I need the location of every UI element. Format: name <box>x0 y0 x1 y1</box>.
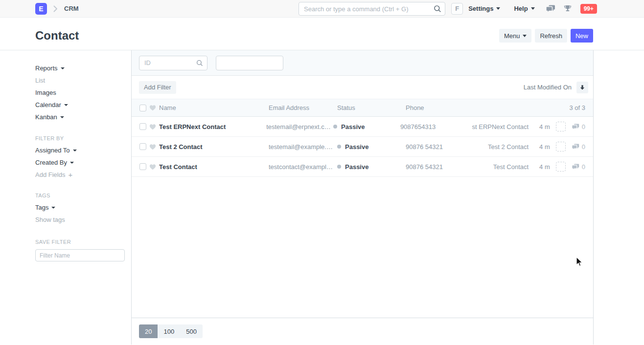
heart-icon[interactable] <box>149 105 156 111</box>
list-filter-bar <box>132 50 593 76</box>
sort-row: Add Filter Last Modified On <box>132 76 593 99</box>
filter-name-field <box>35 249 125 261</box>
sidebar-item-reports[interactable]: Reports <box>35 65 125 72</box>
row-phone: 90876 54321 <box>406 143 479 151</box>
row-title: st ERPNext Contact <box>472 123 529 130</box>
sidebar-item-kanban[interactable]: Kanban <box>35 114 125 121</box>
sort-direction-button[interactable] <box>576 82 588 93</box>
comment-icon <box>572 164 579 170</box>
new-button[interactable]: New <box>571 29 593 43</box>
assign-placeholder[interactable] <box>556 162 566 172</box>
chevron-down-icon <box>70 162 74 164</box>
comment-count: 0 <box>572 123 585 130</box>
assign-placeholder[interactable] <box>556 122 566 131</box>
table-row[interactable]: Test ERPNext Contact testemail@erpnext.c… <box>132 117 593 137</box>
chevron-down-icon <box>61 67 65 69</box>
heart-icon[interactable] <box>149 164 156 170</box>
table-row[interactable]: Test Contact testcontact@exampl… Passive… <box>132 157 593 177</box>
table-row[interactable]: Test 2 Contact testemail@example.… Passi… <box>132 137 593 157</box>
sidebar-item-tags[interactable]: Tags <box>35 204 125 211</box>
page-size-500[interactable]: 500 <box>180 324 203 338</box>
list-header: Name Email Address Status Phone 3 of 3 <box>132 99 593 117</box>
row-checkbox[interactable] <box>139 163 146 170</box>
column-status[interactable]: Status <box>337 104 406 111</box>
sidebar-item-calendar[interactable]: Calendar <box>35 102 125 108</box>
assign-placeholder[interactable] <box>556 142 566 151</box>
row-name[interactable]: Test 2 Contact <box>159 143 269 151</box>
row-name[interactable]: Test Contact <box>159 163 269 171</box>
comment-count: 0 <box>572 163 585 171</box>
row-phone: 90876 54321 <box>406 163 479 171</box>
add-filter-button[interactable]: Add Filter <box>139 81 176 94</box>
row-status: Passive <box>337 143 406 151</box>
sidebar-item-add-fields[interactable]: Add Fields+ <box>35 172 125 178</box>
column-email[interactable]: Email Address <box>269 104 337 111</box>
row-modified: 4 m <box>539 163 550 171</box>
help-menu[interactable]: Help <box>514 5 534 12</box>
chevron-down-icon <box>51 207 55 209</box>
refresh-button[interactable]: Refresh <box>535 29 567 43</box>
sort-by-label[interactable]: Last Modified On <box>524 84 572 91</box>
select-all-checkbox[interactable] <box>139 105 146 111</box>
id-filter <box>139 56 207 70</box>
list-count: 3 of 3 <box>479 104 585 111</box>
chat-icon[interactable] <box>546 5 555 13</box>
sidebar-item-created-by[interactable]: Created By <box>35 159 125 166</box>
breadcrumb[interactable]: CRM <box>64 5 79 12</box>
page-head: Contact Menu Refresh New <box>0 18 644 50</box>
chevron-down-icon <box>523 35 527 37</box>
global-search-input[interactable] <box>299 2 445 16</box>
notification-badge[interactable]: 99+ <box>580 4 597 14</box>
sidebar-item-assigned-to[interactable]: Assigned To <box>35 147 125 154</box>
heart-icon[interactable] <box>149 124 156 130</box>
search-icon <box>196 60 203 68</box>
chevron-down-icon <box>531 7 535 10</box>
row-checkbox[interactable] <box>139 123 146 130</box>
user-avatar[interactable]: F <box>451 3 463 15</box>
row-email: testcontact@exampl… <box>269 163 337 171</box>
row-modified: 4 m <box>539 143 550 151</box>
search-icon <box>434 5 441 14</box>
chevron-down-icon <box>496 7 500 10</box>
filter-name-input[interactable] <box>35 249 125 261</box>
mouse-cursor <box>576 257 583 269</box>
column-phone[interactable]: Phone <box>406 104 479 111</box>
page-title: Contact <box>35 29 79 43</box>
app-logo[interactable]: E <box>35 3 47 15</box>
row-status: Passive <box>333 123 400 130</box>
row-status: Passive <box>337 163 406 171</box>
status-dot-icon <box>333 125 337 129</box>
settings-menu[interactable]: Settings <box>468 5 500 12</box>
sidebar-item-list[interactable]: List <box>35 77 125 84</box>
arrow-down-icon <box>579 85 585 90</box>
chevron-down-icon <box>60 116 64 118</box>
comment-icon <box>572 144 579 150</box>
navbar: E CRM F Settings Help 99+ <box>0 0 644 18</box>
row-title: Test Contact <box>493 163 529 171</box>
breadcrumb-chevron-icon <box>53 5 58 12</box>
comment-count: 0 <box>572 143 585 151</box>
heart-icon[interactable] <box>149 144 156 150</box>
row-title: Test 2 Contact <box>488 143 529 151</box>
page-size-20[interactable]: 20 <box>139 324 158 338</box>
menu-button[interactable]: Menu <box>499 29 532 43</box>
secondary-filter-input[interactable] <box>216 56 283 70</box>
chevron-down-icon <box>73 150 77 151</box>
row-name[interactable]: Test ERPNext Contact <box>159 123 266 130</box>
sidebar-item-show-tags[interactable]: Show tags <box>35 216 125 223</box>
trophy-icon[interactable] <box>564 5 572 13</box>
sidebar-item-images[interactable]: Images <box>35 89 125 96</box>
filter-by-label: FILTER BY <box>35 135 125 141</box>
page-size-100[interactable]: 100 <box>158 324 180 338</box>
save-filter-label: SAVE FILTER <box>35 239 125 245</box>
pagination: 20 100 500 <box>132 318 593 345</box>
row-email: testemail@example.… <box>269 143 337 151</box>
status-dot-icon <box>337 145 341 149</box>
global-search <box>299 2 445 16</box>
row-checkbox[interactable] <box>139 143 146 150</box>
chevron-down-icon <box>64 104 68 106</box>
plus-icon: + <box>68 172 72 177</box>
secondary-filter <box>216 56 283 70</box>
column-name[interactable]: Name <box>159 104 269 111</box>
sidebar: Reports List Images Calendar Kanban FILT… <box>0 50 131 345</box>
